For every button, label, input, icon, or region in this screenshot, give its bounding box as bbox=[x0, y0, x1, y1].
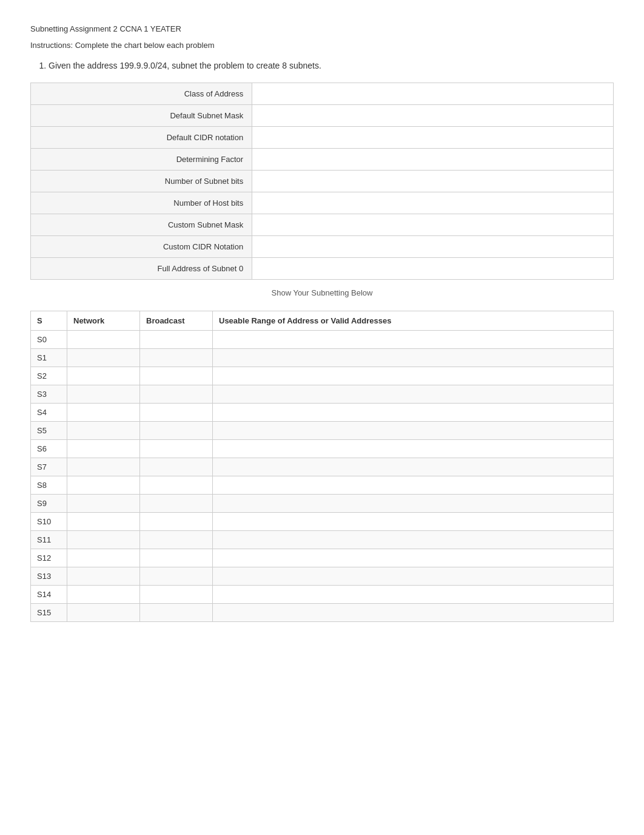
subnet-network-cell[interactable] bbox=[67, 604, 140, 622]
info-value[interactable] bbox=[252, 192, 614, 214]
subnet-row: S7 bbox=[31, 458, 614, 476]
subnet-broadcast-cell[interactable] bbox=[140, 586, 213, 604]
subnet-useable-cell[interactable] bbox=[213, 385, 614, 404]
info-value[interactable] bbox=[252, 105, 614, 127]
subnet-network-cell[interactable] bbox=[67, 385, 140, 404]
subnet-useable-cell[interactable] bbox=[213, 440, 614, 458]
info-row: Custom Subnet Mask bbox=[31, 214, 614, 236]
subnet-header-s: S bbox=[31, 311, 67, 331]
subnet-s-label: S14 bbox=[31, 586, 67, 604]
subnet-useable-cell[interactable] bbox=[213, 604, 614, 622]
subnet-network-cell[interactable] bbox=[67, 422, 140, 440]
subnet-s-label: S4 bbox=[31, 404, 67, 422]
subnet-useable-cell[interactable] bbox=[213, 531, 614, 549]
subnet-broadcast-cell[interactable] bbox=[140, 385, 213, 404]
subnet-broadcast-cell[interactable] bbox=[140, 458, 213, 476]
subnet-network-cell[interactable] bbox=[67, 440, 140, 458]
subnet-row: S3 bbox=[31, 385, 614, 404]
subnet-s-label: S10 bbox=[31, 513, 67, 531]
info-row: Custom CIDR Notation bbox=[31, 236, 614, 258]
subnet-row: S2 bbox=[31, 367, 614, 385]
subnet-row: S9 bbox=[31, 495, 614, 513]
subnet-table: S Network Broadcast Useable Range of Add… bbox=[30, 311, 614, 622]
subnet-header-network: Network bbox=[67, 311, 140, 331]
subnet-useable-cell[interactable] bbox=[213, 513, 614, 531]
subnet-network-cell[interactable] bbox=[67, 567, 140, 586]
info-value[interactable] bbox=[252, 83, 614, 105]
subnet-s-label: S13 bbox=[31, 567, 67, 586]
subnet-header-useable: Useable Range of Address or Valid Addres… bbox=[213, 311, 614, 331]
subnet-row: S8 bbox=[31, 476, 614, 495]
subnet-network-cell[interactable] bbox=[67, 331, 140, 349]
subnet-network-cell[interactable] bbox=[67, 476, 140, 495]
subnet-row: S15 bbox=[31, 604, 614, 622]
subnet-useable-cell[interactable] bbox=[213, 349, 614, 367]
subnet-s-label: S5 bbox=[31, 422, 67, 440]
info-value[interactable] bbox=[252, 214, 614, 236]
subnet-s-label: S12 bbox=[31, 549, 67, 567]
subnet-broadcast-cell[interactable] bbox=[140, 440, 213, 458]
instructions: Instructions: Complete the chart below e… bbox=[30, 41, 614, 50]
subnet-s-label: S15 bbox=[31, 604, 67, 622]
subnet-useable-cell[interactable] bbox=[213, 331, 614, 349]
info-label: Custom Subnet Mask bbox=[31, 214, 252, 236]
info-label: Number of Subnet bits bbox=[31, 171, 252, 192]
info-row: Full Address of Subnet 0 bbox=[31, 258, 614, 280]
subnet-s-label: S1 bbox=[31, 349, 67, 367]
subnet-useable-cell[interactable] bbox=[213, 567, 614, 586]
info-row: Class of Address bbox=[31, 83, 614, 105]
subnet-network-cell[interactable] bbox=[67, 586, 140, 604]
subnet-useable-cell[interactable] bbox=[213, 367, 614, 385]
subnet-header-broadcast: Broadcast bbox=[140, 311, 213, 331]
subnet-useable-cell[interactable] bbox=[213, 422, 614, 440]
subnet-broadcast-cell[interactable] bbox=[140, 331, 213, 349]
info-value[interactable] bbox=[252, 258, 614, 280]
subnet-broadcast-cell[interactable] bbox=[140, 513, 213, 531]
subnet-broadcast-cell[interactable] bbox=[140, 531, 213, 549]
info-value[interactable] bbox=[252, 236, 614, 258]
info-label: Default Subnet Mask bbox=[31, 105, 252, 127]
problem-description: Given the address 199.9.9.0/24, subnet t… bbox=[49, 61, 321, 70]
subnet-row: S5 bbox=[31, 422, 614, 440]
subnet-broadcast-cell[interactable] bbox=[140, 349, 213, 367]
subnet-useable-cell[interactable] bbox=[213, 476, 614, 495]
subnet-s-label: S6 bbox=[31, 440, 67, 458]
subnet-broadcast-cell[interactable] bbox=[140, 404, 213, 422]
subnet-broadcast-cell[interactable] bbox=[140, 422, 213, 440]
subnet-useable-cell[interactable] bbox=[213, 404, 614, 422]
info-label: Number of Host bits bbox=[31, 192, 252, 214]
subnet-network-cell[interactable] bbox=[67, 458, 140, 476]
info-label: Class of Address bbox=[31, 83, 252, 105]
subnet-broadcast-cell[interactable] bbox=[140, 567, 213, 586]
subnet-broadcast-cell[interactable] bbox=[140, 604, 213, 622]
subnet-broadcast-cell[interactable] bbox=[140, 476, 213, 495]
subnet-row: S6 bbox=[31, 440, 614, 458]
subnet-network-cell[interactable] bbox=[67, 349, 140, 367]
subnet-broadcast-cell[interactable] bbox=[140, 495, 213, 513]
subnet-row: S13 bbox=[31, 567, 614, 586]
info-value[interactable] bbox=[252, 127, 614, 149]
info-row: Number of Host bits bbox=[31, 192, 614, 214]
subnet-network-cell[interactable] bbox=[67, 367, 140, 385]
info-row: Number of Subnet bits bbox=[31, 171, 614, 192]
subnet-s-label: S9 bbox=[31, 495, 67, 513]
subnet-network-cell[interactable] bbox=[67, 495, 140, 513]
subnet-useable-cell[interactable] bbox=[213, 495, 614, 513]
page-title: Subnetting Assignment 2 CCNA 1 YEATER bbox=[30, 24, 614, 33]
subnet-network-cell[interactable] bbox=[67, 404, 140, 422]
info-label: Custom CIDR Notation bbox=[31, 236, 252, 258]
subnet-row: S11 bbox=[31, 531, 614, 549]
subnet-useable-cell[interactable] bbox=[213, 458, 614, 476]
info-row: Determining Factor bbox=[31, 149, 614, 171]
subnet-s-label: S11 bbox=[31, 531, 67, 549]
subnet-useable-cell[interactable] bbox=[213, 549, 614, 567]
info-value[interactable] bbox=[252, 149, 614, 171]
subnet-network-cell[interactable] bbox=[67, 549, 140, 567]
subnet-useable-cell[interactable] bbox=[213, 586, 614, 604]
subnet-broadcast-cell[interactable] bbox=[140, 549, 213, 567]
subnet-broadcast-cell[interactable] bbox=[140, 367, 213, 385]
subnet-network-cell[interactable] bbox=[67, 531, 140, 549]
info-row: Default Subnet Mask bbox=[31, 105, 614, 127]
subnet-network-cell[interactable] bbox=[67, 513, 140, 531]
info-value[interactable] bbox=[252, 171, 614, 192]
